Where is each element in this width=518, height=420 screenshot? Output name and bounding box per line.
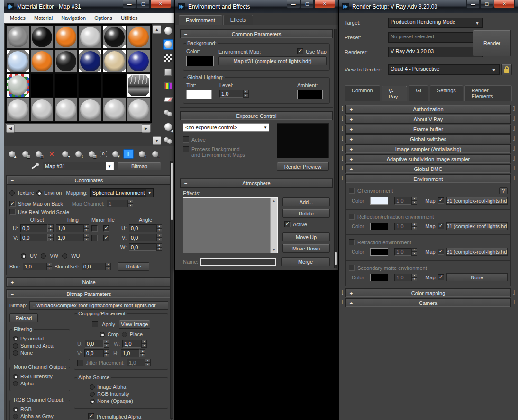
- filtering-radio-none[interactable]: [13, 350, 18, 356]
- material-slot[interactable]: [103, 74, 126, 97]
- render-preview-button[interactable]: Render Preview: [277, 162, 329, 171]
- get-material-icon[interactable]: ▲: [7, 149, 17, 159]
- menu-item-navigation[interactable]: Navigation: [57, 14, 90, 22]
- chevron-down-icon[interactable]: ▼: [262, 124, 269, 131]
- u-tile-checkbox[interactable]: [103, 225, 109, 232]
- material-slot[interactable]: [6, 50, 29, 73]
- put-to-library-icon[interactable]: ▥: [86, 149, 97, 159]
- effects-list[interactable]: ▲▼: [183, 197, 278, 253]
- reflection-refraction-environment-checkbox[interactable]: [349, 214, 355, 220]
- merge-button[interactable]: Merge: [281, 257, 330, 266]
- material-name-dropdown[interactable]: Map #31 ▼: [43, 162, 114, 170]
- material-slot[interactable]: [79, 74, 102, 97]
- authorization-rollout-header[interactable]: +Authorization: [346, 105, 510, 113]
- effects-list-scrollbar[interactable]: ▲▼: [270, 198, 277, 253]
- w-angle-field[interactable]: 0,0: [129, 243, 156, 251]
- options-icon[interactable]: [163, 108, 173, 118]
- multiplier-field[interactable]: 1,0: [394, 248, 411, 256]
- map-enabled-checkbox[interactable]: [438, 197, 444, 204]
- material-slot[interactable]: [127, 26, 150, 49]
- secondary-matte-environment-checkbox[interactable]: [349, 265, 355, 271]
- make-preview-icon[interactable]: [163, 94, 173, 105]
- coordinates-rollout-header[interactable]: − Coordinates: [7, 176, 171, 184]
- uv-radio[interactable]: [21, 253, 26, 259]
- background-color-swatch[interactable]: [186, 56, 214, 66]
- close-icon[interactable]: ✕: [314, 0, 335, 9]
- background-icon[interactable]: [163, 53, 173, 63]
- environment-color-swatch[interactable]: [370, 274, 388, 281]
- tab-v-ray[interactable]: V-Ray: [382, 86, 408, 101]
- environment-map-button[interactable]: Map #31 (complex-roof-lights.hdr): [218, 56, 327, 65]
- scroll-left-icon[interactable]: ◀: [6, 124, 15, 133]
- refraction-environment-checkbox[interactable]: [349, 239, 355, 245]
- close-icon[interactable]: ✕: [150, 0, 171, 9]
- material-slot[interactable]: [103, 26, 126, 49]
- material-slot[interactable]: [127, 50, 150, 73]
- bitmap-path-button[interactable]: ...wnloads\complex-roof-lights\complex-r…: [29, 301, 168, 310]
- v-tile-checkbox[interactable]: [103, 235, 109, 241]
- crop-v-field[interactable]: 0,0: [84, 349, 103, 357]
- chevron-down-icon[interactable]: ▼: [472, 18, 482, 27]
- alpha-source-radio-image-alpha[interactable]: [90, 384, 95, 390]
- material-editor-titlebar[interactable]: Material Editor - Map #31 ▬ ▢ ✕: [4, 0, 174, 13]
- material-slot[interactable]: [55, 74, 78, 97]
- rotate-button[interactable]: Rotate: [118, 262, 149, 271]
- texture-radio[interactable]: [9, 190, 15, 196]
- rgb-output-radio-rgb[interactable]: [13, 407, 18, 412]
- atmosphere-active-checkbox[interactable]: [284, 221, 291, 227]
- material-slot[interactable]: [127, 74, 150, 97]
- apply-checkbox[interactable]: [92, 321, 98, 327]
- v-mirror-checkbox[interactable]: [91, 235, 98, 241]
- exposure-control-header[interactable]: − Exposure Control: [181, 112, 332, 120]
- global-dmc-rollout-header[interactable]: +Global DMC: [346, 165, 510, 173]
- mono-output-radio-rgb-intensity[interactable]: [13, 374, 18, 379]
- mono-output-radio-alpha[interactable]: [13, 381, 18, 386]
- scroll-down-icon[interactable]: ▼: [153, 136, 161, 145]
- tab-common[interactable]: Common: [345, 85, 380, 101]
- environment-effects-titlebar[interactable]: Environment and Effects ▬ ▢ ✕: [175, 0, 338, 13]
- multiplier-spinner[interactable]: ▲▼: [411, 197, 417, 205]
- reload-button[interactable]: Reload: [9, 313, 38, 322]
- menu-item-modes[interactable]: Modes: [6, 14, 30, 22]
- alpha-source-radio-rgb-intensity[interactable]: [90, 392, 95, 397]
- vw-radio[interactable]: [41, 253, 46, 259]
- common-parameters-header[interactable]: − Common Parameters: [181, 30, 332, 38]
- material-slot[interactable]: [79, 98, 102, 121]
- filtering-radio-summed-area[interactable]: [13, 343, 18, 349]
- multiplier-spinner[interactable]: ▲▼: [411, 223, 417, 230]
- u-mirror-checkbox[interactable]: [91, 225, 98, 232]
- material-slot[interactable]: [103, 98, 126, 121]
- crop-radio[interactable]: [100, 332, 105, 337]
- multiplier-spinner[interactable]: ▲▼: [411, 248, 417, 256]
- view-image-button[interactable]: View Image: [119, 320, 150, 329]
- render-button[interactable]: Render: [473, 30, 511, 56]
- map-enabled-checkbox[interactable]: [438, 223, 444, 229]
- environ-radio[interactable]: [36, 190, 42, 196]
- level-field[interactable]: 1,0: [219, 90, 243, 98]
- blur-offset-field[interactable]: 0,0: [82, 263, 105, 270]
- image-sampler-antialiasing--rollout-header[interactable]: +Image sampler (Antialiasing): [346, 145, 510, 153]
- scroll-right-icon[interactable]: ▶: [142, 124, 150, 133]
- maximize-icon[interactable]: ▢: [480, 0, 493, 9]
- menu-item-options[interactable]: Options: [90, 14, 117, 22]
- sample-uv-tiling-icon[interactable]: [163, 67, 173, 77]
- move-up-button[interactable]: Move Up: [282, 232, 330, 241]
- map-channel-spinner[interactable]: ▲▼: [127, 200, 133, 207]
- maximize-icon[interactable]: ▢: [300, 0, 314, 9]
- material-slot[interactable]: [55, 50, 78, 73]
- rgb-output-radio-alpha-as-gray[interactable]: [13, 414, 18, 419]
- lock-view-button[interactable]: [501, 64, 512, 75]
- v-angle-field[interactable]: 0,0: [129, 234, 156, 241]
- filtering-radio-pyramidal[interactable]: [13, 336, 18, 341]
- about-v-ray-rollout-header[interactable]: +About V-Ray: [346, 115, 510, 123]
- process-background-checkbox[interactable]: [183, 146, 189, 152]
- environment-color-swatch[interactable]: [370, 248, 388, 256]
- premultiplied-alpha-checkbox[interactable]: [88, 413, 94, 420]
- render-setup-titlebar[interactable]: Render Setup: V-Ray Adv 3.20.03 ▬ ▢ ✕: [339, 0, 518, 13]
- material-slot[interactable]: [6, 74, 29, 97]
- renderer-dropdown[interactable]: V-Ray Adv 3.20.03 ▼: [388, 47, 483, 57]
- multiplier-spinner[interactable]: ▲▼: [411, 274, 417, 281]
- maximize-icon[interactable]: ▢: [136, 0, 150, 9]
- v-tiling-field[interactable]: 1,0: [56, 234, 83, 241]
- blur-field[interactable]: 1,0: [23, 263, 46, 270]
